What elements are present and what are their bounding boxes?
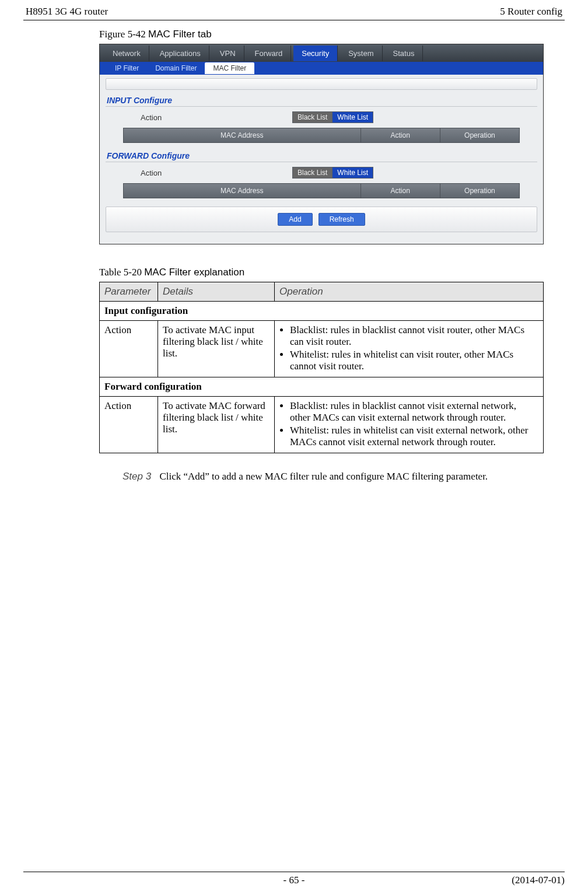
grid-col-action: Action (360, 128, 440, 143)
tab-vpn[interactable]: VPN (212, 46, 244, 61)
refresh-button[interactable]: Refresh (318, 213, 365, 226)
button-row: Add Refresh (106, 207, 537, 232)
input-grid-header: MAC Address Action Operation (123, 128, 520, 143)
cell-details-input: To activate MAC input filtering black li… (158, 321, 275, 377)
section-input-config: Input configuration (100, 302, 544, 321)
section-forward-title: FORWARD Configure (107, 151, 537, 160)
cell-op-forward: Blacklist: rules in blacklist cannot vis… (275, 397, 544, 453)
tab-security[interactable]: Security (293, 46, 338, 61)
tab-applications[interactable]: Applications (152, 46, 209, 61)
sub-tabs: IP Filter Domain Filter MAC Filter (100, 62, 543, 75)
forward-black-list-option[interactable]: Black List (292, 167, 332, 179)
subtab-mac-filter[interactable]: MAC Filter (205, 62, 254, 74)
th-details: Details (158, 282, 275, 302)
op-forward-whitelist: Whitelist: rules in whitelist can visit … (290, 425, 538, 448)
header-left: H8951 3G 4G router (26, 6, 108, 18)
section-input-title: INPUT Configure (107, 96, 537, 105)
tab-system[interactable]: System (340, 46, 382, 61)
step-3-line: Step 3 Click “Add” to add a new MAC filt… (123, 471, 565, 482)
table-caption-title: MAC Filter explanation (144, 267, 244, 278)
step-label: Step 3 (123, 471, 151, 482)
table-caption: Table 5-20 MAC Filter explanation (99, 267, 565, 278)
page-header: H8951 3G 4G router 5 Router config (23, 6, 565, 20)
table-caption-number: Table 5-20 (99, 267, 142, 278)
th-parameter: Parameter (100, 282, 158, 302)
header-right: 5 Router config (500, 6, 562, 18)
figure-caption: Figure 5-42 MAC Filter tab (99, 29, 565, 40)
forward-action-label: Action (141, 169, 176, 177)
cell-details-forward: To activate MAC forward filtering black … (158, 397, 275, 453)
grid-col-mac: MAC Address (123, 183, 360, 198)
figure-caption-title: MAC Filter tab (148, 29, 212, 40)
divider (106, 106, 537, 107)
footer-page: - 65 - (23, 874, 565, 886)
grid-col-operation: Operation (440, 128, 520, 143)
forward-grid-header: MAC Address Action Operation (123, 183, 520, 198)
op-input-whitelist: Whitelist: rules in whitelist can visit … (290, 349, 538, 372)
input-white-list-option[interactable]: White List (332, 111, 373, 123)
input-action-toggle[interactable]: Black List White List (292, 111, 373, 123)
grid-col-operation: Operation (440, 183, 520, 198)
explanation-table: Parameter Details Operation Input config… (99, 282, 544, 453)
op-input-blacklist: Blacklist: rules in blacklist cannot vis… (290, 324, 538, 348)
top-bar (106, 78, 537, 90)
tab-forward[interactable]: Forward (247, 46, 292, 61)
divider (106, 162, 537, 162)
op-forward-blacklist: Blacklist: rules in blacklist cannot vis… (290, 400, 538, 424)
add-button[interactable]: Add (278, 213, 312, 226)
forward-white-list-option[interactable]: White List (332, 167, 373, 179)
main-tabs: Network Applications VPN Forward Securit… (100, 44, 543, 62)
tab-network[interactable]: Network (104, 46, 149, 61)
figure-caption-number: Figure 5-42 (99, 29, 146, 40)
input-action-label: Action (141, 113, 176, 122)
forward-action-toggle[interactable]: Black List White List (292, 167, 373, 179)
subtab-domain-filter[interactable]: Domain Filter (147, 62, 205, 74)
grid-col-action: Action (360, 183, 440, 198)
tab-status[interactable]: Status (385, 46, 424, 61)
subtab-ip-filter[interactable]: IP Filter (107, 62, 147, 74)
th-operation: Operation (275, 282, 544, 302)
step-text: Click “Add” to add a new MAC filter rule… (159, 471, 488, 482)
cell-param-forward: Action (100, 397, 158, 453)
section-forward-config: Forward configuration (100, 377, 544, 397)
page-footer: - 65 - (2014-07-01) (23, 872, 565, 886)
router-screenshot: Network Applications VPN Forward Securit… (99, 44, 544, 244)
input-black-list-option[interactable]: Black List (292, 111, 332, 123)
grid-col-mac: MAC Address (123, 128, 360, 143)
cell-param-input: Action (100, 321, 158, 377)
cell-op-input: Blacklist: rules in blacklist cannot vis… (275, 321, 544, 377)
